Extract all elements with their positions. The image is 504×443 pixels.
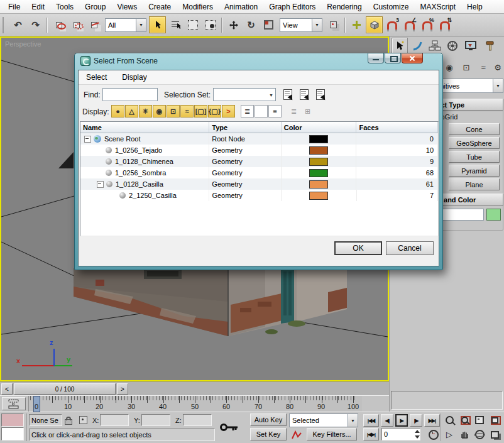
geosphere-button[interactable]: GeoSphere <box>449 137 500 149</box>
reference-coordinate-dropdown[interactable]: View ▼ <box>280 18 322 32</box>
tab-motion[interactable] <box>444 38 461 54</box>
expander-icon[interactable] <box>97 181 104 188</box>
menu-edit[interactable]: Edit <box>26 1 50 13</box>
display-shapes-toggle[interactable]: △ <box>125 105 138 118</box>
key-mode-dropdown[interactable]: Selected ▼ <box>289 413 358 427</box>
add-to-selection-set-button[interactable] <box>297 87 311 101</box>
time-slider-handle[interactable]: 0 / 100 <box>14 383 116 395</box>
subtract-selection-set-button[interactable] <box>314 87 327 101</box>
maximize-viewport-toggle[interactable] <box>488 428 501 441</box>
play-button[interactable]: ▶ <box>395 414 408 427</box>
category-spacewarps-icon[interactable]: ≈ <box>476 61 490 74</box>
find-input[interactable] <box>102 88 158 101</box>
spinner-snap-button[interactable]: ⇅ <box>436 16 453 33</box>
toolbar-grip[interactable] <box>3 17 7 33</box>
tab-hierarchy[interactable] <box>427 38 443 54</box>
track-bar-ruler[interactable]: 0 10 20 30 40 50 60 70 80 90 100 <box>28 396 362 412</box>
category-systems-icon[interactable]: ⚙ <box>491 61 504 74</box>
menu-create[interactable]: Create <box>143 1 177 13</box>
menu-graph-editors[interactable]: Graph Editors <box>263 1 321 13</box>
set-keys-button[interactable] <box>217 413 241 441</box>
previous-frame-button[interactable]: ◀| <box>381 414 393 427</box>
pan-button[interactable] <box>457 428 471 441</box>
menu-tools[interactable]: Tools <box>50 1 79 13</box>
hierarchy-view-toggle[interactable]: ≣ <box>287 105 300 118</box>
time-prev-button[interactable]: < <box>1 383 13 395</box>
select-and-rotate-button[interactable]: ↻ <box>243 16 260 33</box>
select-and-link-button[interactable] <box>50 16 67 33</box>
zoom-extents-button[interactable] <box>473 413 486 427</box>
dialog-menu-display[interactable]: Display <box>114 72 154 83</box>
ok-button[interactable]: OK <box>334 241 382 255</box>
display-children-toggle[interactable]: ≣ <box>241 105 254 118</box>
menu-animation[interactable]: Animation <box>219 1 263 13</box>
chevron-down-icon[interactable]: ▼ <box>348 414 358 427</box>
y-coordinate-field[interactable] <box>141 414 170 426</box>
selection-filter-dropdown[interactable]: All ▼ <box>105 18 146 32</box>
auto-key-button[interactable]: Auto Key <box>250 413 287 426</box>
color-swatch[interactable] <box>309 169 328 177</box>
time-next-button[interactable]: > <box>117 383 128 395</box>
menu-views[interactable]: Views <box>111 1 143 13</box>
frame-spinner[interactable] <box>414 429 420 439</box>
key-mode-toggle[interactable]: |◀▶| <box>363 428 379 440</box>
color-swatch[interactable] <box>309 158 328 166</box>
color-swatch[interactable] <box>309 192 328 200</box>
display-lights-toggle[interactable]: ☀ <box>139 105 152 118</box>
zoom-button[interactable] <box>442 413 456 427</box>
chevron-down-icon[interactable]: ▼ <box>136 19 146 31</box>
display-influences-toggle[interactable]: ≡ <box>268 105 282 118</box>
selection-set-dropdown[interactable]: ▼ <box>213 88 276 101</box>
category-helpers-icon[interactable]: ⊡ <box>459 61 473 74</box>
undo-button[interactable]: ↶ <box>9 16 26 33</box>
select-by-name-button[interactable] <box>167 16 184 33</box>
go-to-start-button[interactable]: |◀◀ <box>363 414 379 427</box>
display-spacewarps-toggle[interactable]: ≈ <box>180 105 194 118</box>
absolute-offset-toggle[interactable] <box>77 413 89 427</box>
column-header-faces[interactable]: Faces <box>356 122 438 133</box>
layer-view-toggle[interactable]: ⊞ <box>301 105 314 118</box>
redo-button[interactable]: ↷ <box>27 16 44 33</box>
create-selection-set-button[interactable] <box>281 87 295 101</box>
pyramid-button[interactable]: Pyramid <box>449 165 500 177</box>
table-row[interactable]: 1_0128_Casilla Geometry 61 <box>80 178 438 190</box>
chevron-down-icon[interactable]: ▼ <box>269 93 273 97</box>
viewport-label[interactable]: Perspective <box>5 40 41 48</box>
z-coordinate-field[interactable] <box>183 414 212 426</box>
tab-utilities[interactable] <box>482 38 498 54</box>
menu-customize[interactable]: Customize <box>368 1 415 13</box>
color-swatch[interactable] <box>309 180 328 189</box>
dialog-menu-select[interactable]: Select <box>79 72 114 83</box>
color-swatch[interactable] <box>309 135 328 143</box>
select-and-move-button[interactable] <box>225 16 242 33</box>
unlink-selection-button[interactable] <box>68 16 85 33</box>
column-header-color[interactable]: Color <box>282 122 357 133</box>
window-crossing-toggle[interactable] <box>202 16 219 33</box>
select-and-manipulate-button[interactable] <box>348 16 365 33</box>
menu-rendering[interactable]: Rendering <box>321 1 367 13</box>
select-and-scale-button[interactable] <box>260 16 277 33</box>
display-bones-toggle[interactable]: > <box>222 105 235 118</box>
arc-rotate-button[interactable] <box>473 428 486 441</box>
display-xrefs-toggle[interactable]: {▢} <box>208 105 221 118</box>
color-swatch[interactable] <box>309 146 328 155</box>
table-row[interactable]: 1_0128_Chimenea Geometry 9 <box>80 156 438 167</box>
field-of-view-button[interactable]: ▷ <box>442 428 456 441</box>
table-row[interactable]: 1_0256_Sombra Geometry 68 <box>80 167 438 178</box>
menu-modifiers[interactable]: Modifiers <box>177 1 219 13</box>
snaps-toggle-button[interactable] <box>366 16 383 33</box>
rectangular-selection-region-button[interactable] <box>184 16 201 33</box>
display-none-toggle[interactable] <box>255 105 268 118</box>
time-configuration-button[interactable] <box>427 428 440 441</box>
chevron-down-icon[interactable]: ▼ <box>493 79 503 92</box>
tab-create[interactable] <box>392 38 408 54</box>
percent-snap-button[interactable]: % <box>419 16 436 33</box>
use-pivot-center-button[interactable] <box>325 16 342 33</box>
plane-button[interactable]: Plane <box>449 178 500 190</box>
table-row[interactable]: 1_0256_Tejado Geometry 10 <box>80 145 438 156</box>
menu-help[interactable]: Help <box>461 1 488 13</box>
set-key-button[interactable]: Set Key <box>250 428 287 440</box>
angle-snap-button[interactable]: ∠ <box>401 16 418 33</box>
chevron-down-icon[interactable]: ▼ <box>312 19 322 31</box>
cone-button[interactable]: Cone <box>449 123 500 135</box>
